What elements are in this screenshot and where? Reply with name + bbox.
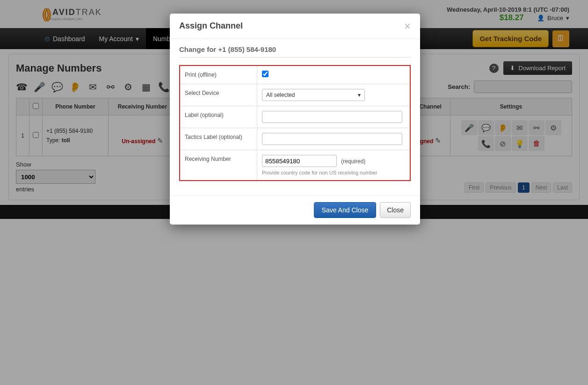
device-value: All selected bbox=[266, 92, 295, 98]
receiving-number-input[interactable] bbox=[262, 155, 337, 167]
print-label: Print (offline) bbox=[180, 66, 257, 84]
hint-text: Provide country code for non US receivin… bbox=[262, 170, 405, 175]
modal-title: Assign Channel bbox=[179, 21, 243, 31]
tactics-label: Tactics Label (optional) bbox=[180, 128, 257, 150]
label-opt-label: Label (optional) bbox=[180, 106, 257, 128]
close-icon[interactable]: × bbox=[404, 22, 411, 30]
save-and-close-button[interactable]: Save And Close bbox=[314, 202, 377, 218]
modal-subtitle: Change for +1 (855) 584-9180 bbox=[179, 45, 411, 58]
device-select[interactable]: All selected ▾ bbox=[262, 89, 365, 101]
form-container: Print (offline) Select Device All select… bbox=[179, 65, 411, 181]
close-button[interactable]: Close bbox=[380, 202, 411, 218]
device-label: Select Device bbox=[180, 84, 257, 106]
chevron-down-icon: ▾ bbox=[358, 92, 361, 98]
assign-channel-modal: Assign Channel × Change for +1 (855) 584… bbox=[170, 14, 420, 225]
recv-num-label: Receiving Number bbox=[180, 150, 257, 180]
tactics-input[interactable] bbox=[262, 133, 402, 145]
print-checkbox[interactable] bbox=[262, 71, 269, 77]
label-input[interactable] bbox=[262, 111, 402, 123]
required-label: (required) bbox=[341, 158, 365, 165]
